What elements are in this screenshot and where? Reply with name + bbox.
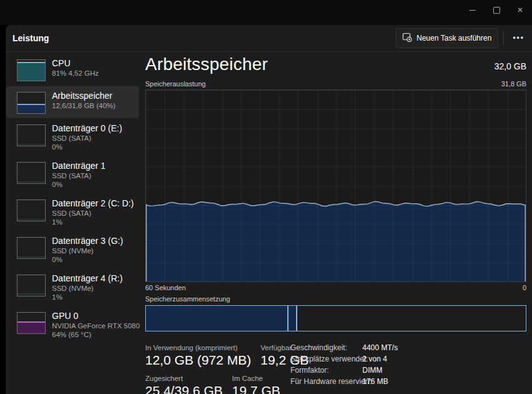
- page-header-title: Leistung: [13, 33, 49, 43]
- stat-value: 25,4/39,6 GB: [145, 383, 223, 394]
- minimize-button[interactable]: [461, 1, 484, 19]
- sidebar-item-detail: SSD (NVMe): [52, 284, 123, 293]
- minimize-icon: [469, 10, 476, 11]
- panel-title: Arbeitsspeicher: [145, 54, 268, 75]
- sidebar-item-detail: 1%: [52, 293, 123, 301]
- sidebar-item-text: Datenträger 1SSD (SATA)0%: [52, 161, 106, 189]
- mini-chart-disk0: [17, 124, 46, 146]
- run-new-task-label: Neuen Task ausführen: [417, 34, 492, 43]
- close-icon: ✕: [517, 6, 523, 14]
- sidebar-item-disk2[interactable]: Datenträger 2 (C: D:)SSD (SATA)1%: [6, 194, 139, 231]
- sidebar-item-disk4[interactable]: Datenträger 4 (R:)SSD (NVMe)1%: [6, 269, 139, 306]
- x-axis-right-label: 0: [523, 284, 526, 291]
- hardware-stat-label: Steckplätze verwendet:: [290, 355, 362, 363]
- memory-stat: Im Cache19,7 GB: [232, 374, 280, 394]
- maximize-button[interactable]: [484, 1, 508, 19]
- sidebar-item-detail: 0%: [52, 143, 122, 151]
- stat-label: Zugesichert: [145, 374, 223, 383]
- memory-stats-primary: In Verwendung (komprimiert)12,0 GB (972 …: [145, 343, 280, 394]
- app-content: Leistung Neuen Task ausführen ••• CPU81%…: [6, 25, 532, 394]
- sidebar-item-detail: 12,6/31,8 GB (40%): [52, 101, 116, 110]
- mini-chart-disk4: [17, 275, 46, 296]
- memory-stats-hardware: Geschwindigkeit:4400 MT/sSteckplätze ver…: [290, 343, 398, 394]
- hardware-stat-value: 4400 MT/s: [362, 343, 398, 352]
- mini-chart-disk2: [17, 200, 46, 221]
- sidebar-item-title: GPU 0: [52, 311, 135, 321]
- sidebar-item-detail: 81% 4,52 GHz: [52, 69, 99, 78]
- sidebar-item-title: Datenträger 4 (R:): [52, 273, 123, 284]
- mini-chart-cpu: [17, 59, 46, 81]
- stat-label: In Verwendung (komprimiert): [145, 343, 251, 352]
- sidebar-item-disk1[interactable]: Datenträger 1SSD (SATA)0%: [6, 156, 139, 193]
- sidebar-item-detail: 0%: [52, 180, 106, 189]
- sidebar-item-title: Datenträger 2 (C: D:): [52, 198, 134, 209]
- memory-composition-bar: [145, 305, 526, 331]
- hardware-stat-label: Formfaktor:: [290, 366, 362, 375]
- more-options-button[interactable]: •••: [509, 31, 528, 45]
- run-new-task-button[interactable]: Neuen Task ausführen: [396, 28, 499, 48]
- composition-modified-segment: [289, 306, 297, 331]
- composition-title: Speicherzusammensetzung: [145, 295, 526, 303]
- performance-sidebar: CPU81% 4,52 GHzArbeitsspeicher12,6/31,8 …: [6, 54, 139, 344]
- page-header: Leistung Neuen Task ausführen •••: [6, 25, 532, 52]
- mini-chart-memory: [17, 92, 46, 114]
- hardware-stat-value: DIMM: [362, 366, 398, 375]
- sidebar-item-cpu[interactable]: CPU81% 4,52 GHz: [6, 54, 139, 86]
- sidebar-item-text: Datenträger 2 (C: D:)SSD (SATA)1%: [52, 198, 134, 226]
- sidebar-item-detail: 0%: [52, 255, 123, 264]
- sidebar-item-memory[interactable]: Arbeitsspeicher12,6/31,8 GB (40%): [6, 86, 139, 118]
- sidebar-item-disk0[interactable]: Datenträger 0 (E:)SSD (SATA)0%: [6, 119, 139, 156]
- sidebar-item-disk3[interactable]: Datenträger 3 (G:)SSD (NVMe)0%: [6, 231, 139, 268]
- memory-stat: In Verwendung (komprimiert)12,0 GB (972 …: [145, 343, 251, 368]
- hardware-stat-label: Geschwindigkeit:: [290, 343, 362, 352]
- sidebar-item-text: CPU81% 4,52 GHz: [52, 58, 99, 78]
- mini-chart-disk3: [17, 237, 46, 259]
- memory-stat: Zugesichert25,4/39,6 GB: [145, 374, 223, 394]
- sidebar-item-detail: 1%: [52, 218, 134, 226]
- sidebar-item-text: Datenträger 4 (R:)SSD (NVMe)1%: [52, 273, 123, 301]
- sidebar-item-title: CPU: [52, 58, 99, 69]
- x-axis-left-label: 60 Sekunden: [145, 284, 186, 291]
- sidebar-item-detail: SSD (SATA): [52, 134, 122, 143]
- sidebar-item-gpu0[interactable]: GPU 0NVIDIA GeForce RTX 508064% (65 °C): [6, 306, 139, 343]
- hardware-stat-label: Für Hardware reserviert:: [290, 377, 362, 386]
- sidebar-item-text: GPU 0NVIDIA GeForce RTX 508064% (65 °C): [52, 311, 135, 339]
- new-task-icon: [402, 33, 412, 44]
- stat-value: 19,7 GB: [232, 383, 280, 394]
- hardware-stat-value: 176 MB: [362, 377, 398, 386]
- sidebar-item-text: Datenträger 3 (G:)SSD (NVMe)0%: [52, 236, 123, 264]
- stat-value: 12,0 GB (972 MB): [145, 352, 251, 368]
- chart-title: Speicherauslastung: [145, 80, 206, 88]
- composition-free-segment: [297, 306, 526, 331]
- sidebar-item-detail: 64% (65 °C): [52, 330, 135, 339]
- sidebar-item-detail: SSD (SATA): [52, 171, 106, 180]
- sidebar-item-title: Arbeitsspeicher: [52, 91, 116, 101]
- window-titlebar: ✕: [0, 0, 532, 25]
- composition-in-use-segment: [146, 306, 289, 331]
- window-controls: ✕: [461, 0, 532, 20]
- header-separator: [503, 31, 504, 45]
- mini-chart-gpu0: [17, 312, 46, 334]
- memory-panel: Arbeitsspeicher 32,0 GB Speicherauslastu…: [145, 54, 526, 394]
- sidebar-item-text: Arbeitsspeicher12,6/31,8 GB (40%): [52, 91, 116, 110]
- chart-max-value: 31,8 GB: [501, 80, 526, 88]
- sidebar-item-detail: SSD (NVMe): [52, 246, 123, 255]
- hardware-stat-value: 2 von 4: [362, 355, 398, 363]
- chart-gridlines: [146, 90, 526, 281]
- maximize-icon: [493, 7, 500, 14]
- sidebar-item-title: Datenträger 3 (G:): [52, 236, 123, 246]
- sidebar-item-detail: SSD (SATA): [52, 209, 134, 218]
- sidebar-item-title: Datenträger 0 (E:): [52, 123, 122, 134]
- sidebar-item-detail: NVIDIA GeForce RTX 5080: [52, 321, 135, 330]
- sidebar-item-text: Datenträger 0 (E:)SSD (SATA)0%: [52, 123, 122, 151]
- sidebar-item-title: Datenträger 1: [52, 161, 106, 171]
- mini-chart-disk1: [17, 162, 46, 184]
- total-memory-value: 32,0 GB: [494, 61, 526, 71]
- memory-usage-chart: [145, 89, 526, 282]
- stat-label: Im Cache: [232, 374, 280, 383]
- close-button[interactable]: ✕: [508, 1, 532, 19]
